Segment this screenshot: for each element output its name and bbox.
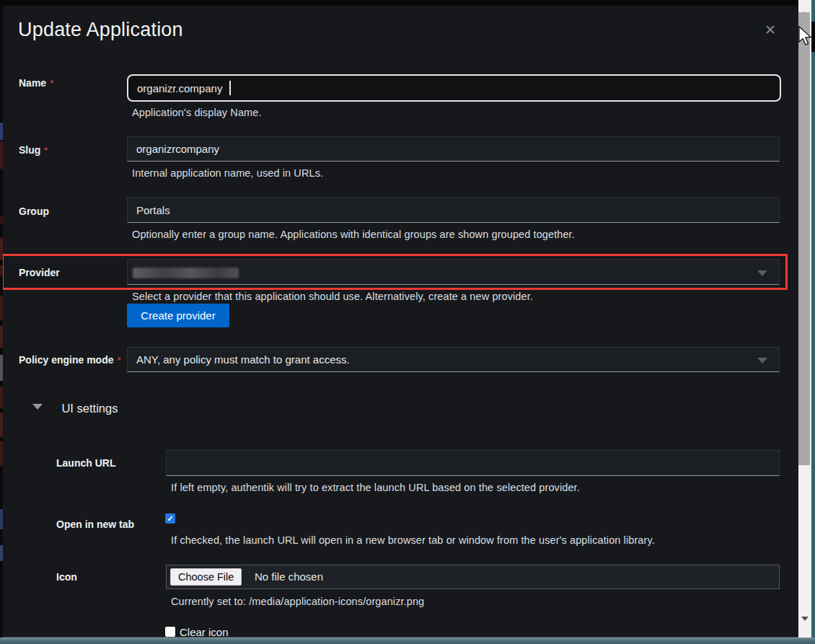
group-help: Optionally enter a group name. Applicati… xyxy=(132,229,575,240)
close-icon[interactable]: ✕ xyxy=(762,22,779,39)
open-in-new-tab-checkbox[interactable]: ✓ xyxy=(165,513,175,524)
create-provider-button[interactable]: Create provider xyxy=(127,304,229,327)
window-right-edge xyxy=(811,0,815,638)
chevron-down-icon xyxy=(32,404,43,410)
ui-settings-section-title: UI settings xyxy=(61,402,118,415)
chevron-down-icon xyxy=(757,358,767,363)
policy-engine-mode-label: Policy engine mode* xyxy=(19,354,134,366)
vertical-scrollbar[interactable] xyxy=(798,0,811,638)
update-application-modal: Update Application ✕ Name* Application's… xyxy=(3,6,798,638)
name-help: Application's display Name. xyxy=(132,107,262,118)
clear-icon-checkbox[interactable] xyxy=(165,627,175,637)
launch-url-input[interactable] xyxy=(166,450,780,476)
icon-file-input[interactable]: Choose File No file chosen xyxy=(166,565,780,589)
arrow-down-icon xyxy=(801,617,809,632)
backdrop-bottom-strip xyxy=(0,638,815,644)
name-label: Name* xyxy=(19,77,127,89)
clear-icon-label: Clear icon xyxy=(180,626,229,638)
open-in-new-tab-label: Open in new tab xyxy=(56,519,164,530)
name-field-wrap xyxy=(127,74,781,102)
group-label: Group xyxy=(19,206,127,217)
chevron-down-icon xyxy=(757,270,767,276)
required-marker: * xyxy=(50,78,53,89)
window-edge-notch xyxy=(811,22,815,52)
provider-select[interactable] xyxy=(127,259,780,285)
scrollbar-up-button[interactable] xyxy=(798,0,811,12)
slug-help: Internal application name, used in URLs. xyxy=(132,167,323,179)
launch-url-label: Launch URL xyxy=(56,457,164,469)
scrollbar-down-button[interactable] xyxy=(798,620,811,632)
policy-engine-mode-select[interactable]: ANY, any policy must match to grant acce… xyxy=(127,347,780,372)
file-status-text: No file chosen xyxy=(255,570,323,583)
name-input[interactable] xyxy=(127,74,781,102)
group-input[interactable] xyxy=(127,198,780,223)
text-caret xyxy=(229,81,231,95)
scrollbar-thumb[interactable] xyxy=(798,12,810,465)
redacted-provider-value xyxy=(133,268,239,278)
icon-help: Currently set to: /media/application-ico… xyxy=(171,596,424,607)
modal-title: Update Application xyxy=(18,19,183,41)
policy-engine-mode-value: ANY, any policy must match to grant acce… xyxy=(136,353,350,366)
choose-file-button[interactable]: Choose File xyxy=(170,568,242,586)
required-marker: * xyxy=(117,355,120,366)
required-marker: * xyxy=(44,145,48,156)
provider-label: Provider xyxy=(19,267,127,278)
icon-label: Icon xyxy=(56,571,164,583)
launch-url-help: If left empty, authentik will try to ext… xyxy=(171,482,580,493)
slug-input[interactable] xyxy=(127,136,780,162)
open-in-new-tab-help: If checked, the launch URL will open in … xyxy=(171,534,655,546)
ui-settings-section-toggle[interactable]: UI settings xyxy=(32,402,118,415)
provider-help: Select a provider that this application … xyxy=(132,291,533,302)
slug-label: Slug* xyxy=(19,144,127,156)
